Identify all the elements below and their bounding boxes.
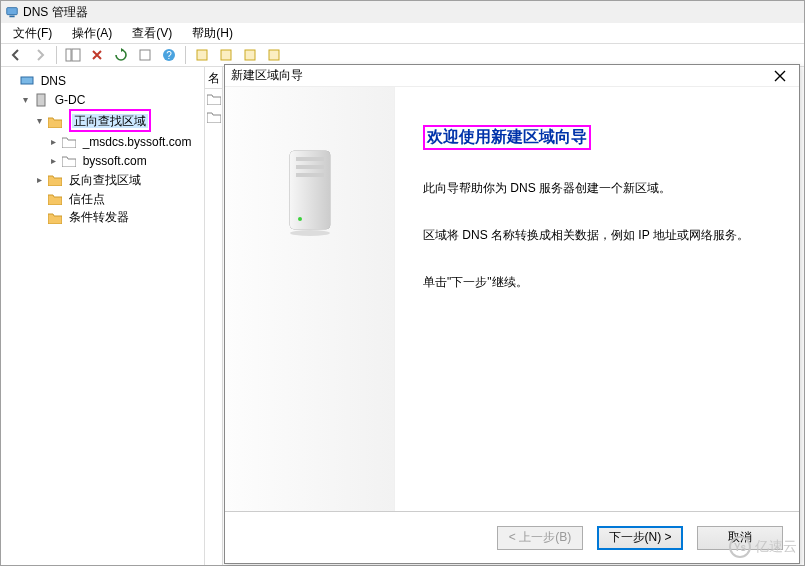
tree-trust-points[interactable]: 信任点 [33,189,204,208]
tree-label: 正向查找区域 [72,114,148,128]
show-hide-tree-button[interactable] [62,45,84,65]
tree-label: byssoft.com [83,153,147,167]
wizard-heading: 欢迎使用新建区域向导 [423,125,591,150]
tree-server[interactable]: ▾ G-DC ▾ 正向查找区域 [19,90,204,226]
folder-icon [48,192,62,204]
svg-rect-17 [296,173,324,177]
chevron-down-icon[interactable]: ▾ [19,91,31,109]
folder-icon [48,173,62,185]
toolbar-separator [185,46,186,64]
tree-conditional-forwarders[interactable]: 条件转发器 [33,207,204,226]
chevron-down-icon[interactable]: ▾ [33,112,45,130]
help-button[interactable]: ? [158,45,180,65]
zone-icon[interactable] [207,93,221,107]
folder-icon [48,211,62,223]
server-icon [34,93,48,107]
tree-zone-main[interactable]: ▸ byssoft.com [47,151,204,170]
watermark-icon: Ys [729,536,751,558]
close-button[interactable] [767,66,793,86]
svg-rect-14 [290,151,330,229]
menu-view[interactable]: 查看(V) [124,23,180,44]
back-button: < 上一步(B) [497,526,583,550]
delete-button[interactable] [86,45,108,65]
wizard-text-3: 单击"下一步"继续。 [423,274,771,291]
menu-action[interactable]: 操作(A) [64,23,120,44]
tree-root-dns[interactable]: DNS ▾ G-DC ▾ 正向查找区域 [5,71,204,226]
watermark-text: 亿速云 [755,538,797,556]
svg-rect-9 [245,50,255,60]
tree-label: 反向查找区域 [69,172,141,186]
tree-label: G-DC [55,93,86,107]
titlebar: DNS 管理器 [1,1,804,23]
column-header-name[interactable]: 名 [205,69,222,89]
svg-rect-11 [21,77,33,84]
chevron-right-icon[interactable]: ▸ [47,152,59,170]
new-zone-wizard-dialog: 新建区域向导 欢迎使用新建区域向导 此向导帮助你为 [224,64,800,564]
column-header-label: 名 [208,70,220,87]
forward-button[interactable] [29,45,51,65]
server-tower-icon [284,147,336,240]
tree-label: 条件转发器 [69,210,129,224]
menu-help[interactable]: 帮助(H) [184,23,241,44]
dns-app-icon [5,5,19,19]
wizard-text-2: 区域将 DNS 名称转换成相关数据，例如 IP 地址或网络服务。 [423,227,771,244]
svg-point-18 [298,217,302,221]
folder-icon [48,115,62,127]
svg-rect-10 [269,50,279,60]
menubar: 文件(F) 操作(A) 查看(V) 帮助(H) [1,23,804,43]
wizard-main: 欢迎使用新建区域向导 此向导帮助你为 DNS 服务器创建一个新区域。 区域将 D… [395,87,799,511]
svg-rect-2 [66,49,71,61]
chevron-right-icon[interactable]: ▸ [47,133,59,151]
tree-zone-msdcs[interactable]: ▸ _msdcs.byssoft.com [47,132,204,151]
chevron-right-icon[interactable]: ▸ [33,171,45,189]
svg-rect-16 [296,165,324,169]
menu-file[interactable]: 文件(F) [5,23,60,44]
tree-label: _msdcs.byssoft.com [83,134,192,148]
wizard-footer: < 上一步(B) 下一步(N) > 取消 [225,511,799,563]
dns-icon [20,74,34,88]
wizard-title-text: 新建区域向导 [231,67,303,84]
zone-icon [62,154,76,166]
zone-icon[interactable] [207,111,221,125]
tree-reverse-zone[interactable]: ▸ 反向查找区域 [33,170,204,189]
export-button[interactable] [134,45,156,65]
svg-rect-4 [140,50,150,60]
next-button[interactable]: 下一步(N) > [597,526,683,550]
watermark: Ys 亿速云 [729,536,797,558]
svg-rect-12 [37,94,45,106]
tree-label: 信任点 [69,191,105,205]
refresh-button[interactable] [110,45,132,65]
wizard-banner [225,87,395,511]
tree-panel: DNS ▾ G-DC ▾ 正向查找区域 [1,67,205,565]
svg-rect-3 [72,49,80,61]
wizard-body: 欢迎使用新建区域向导 此向导帮助你为 DNS 服务器创建一个新区域。 区域将 D… [225,87,799,511]
zone-icon [62,135,76,147]
list-panel: 名 [205,67,223,565]
back-button[interactable] [5,45,27,65]
svg-rect-8 [221,50,231,60]
svg-rect-7 [197,50,207,60]
svg-text:?: ? [166,50,172,61]
tool-d-button[interactable] [263,45,285,65]
svg-rect-0 [7,8,18,15]
tree-forward-zone[interactable]: ▾ 正向查找区域 ▸ _msdc [33,109,204,170]
svg-rect-15 [296,157,324,161]
tool-a-button[interactable] [191,45,213,65]
highlight-marker: 正向查找区域 [69,109,151,132]
svg-point-19 [290,230,330,236]
svg-rect-1 [9,16,14,18]
toolbar-separator [56,46,57,64]
tool-b-button[interactable] [215,45,237,65]
window-title: DNS 管理器 [23,4,88,21]
wizard-text-1: 此向导帮助你为 DNS 服务器创建一个新区域。 [423,180,771,197]
tool-c-button[interactable] [239,45,261,65]
wizard-titlebar: 新建区域向导 [225,65,799,87]
tree-label: DNS [41,74,66,88]
